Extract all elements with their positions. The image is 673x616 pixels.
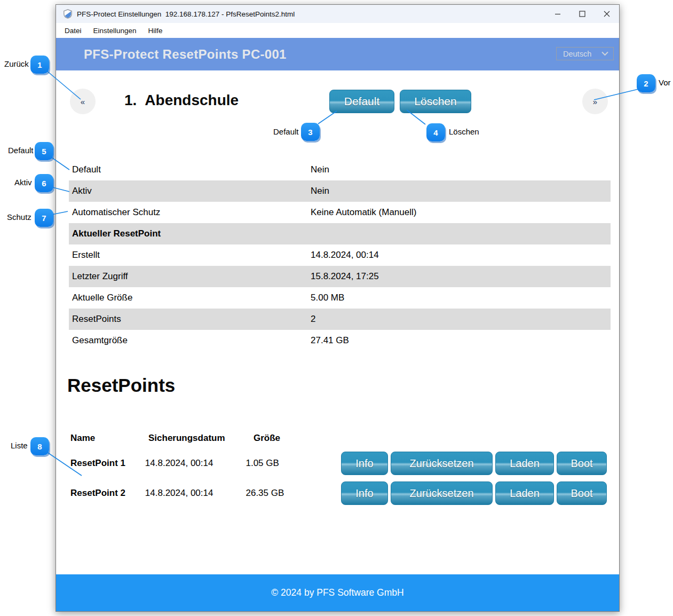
annotation-badge: 4 xyxy=(426,123,445,141)
row-label: Aktiv xyxy=(69,186,311,196)
row-actions: Info Zurücksetzen Laden Boot xyxy=(341,481,607,505)
table-row: Erstellt 14.8.2024, 00:14 xyxy=(69,244,611,266)
row-label: Default xyxy=(69,164,311,175)
annotation-badge: 8 xyxy=(30,437,49,455)
annotation-badge: 6 xyxy=(35,174,53,192)
resetpoint-size: 1.05 GB xyxy=(246,458,300,469)
row-value: Nein xyxy=(311,164,611,175)
copyright-text: © 2024 by PFS Software GmbH xyxy=(271,587,403,598)
info-button[interactable]: Info xyxy=(341,452,388,475)
list-item: ResetPoint 1 14.8.2024, 00:14 1.05 GB In… xyxy=(70,452,607,475)
chevron-down-icon xyxy=(601,51,608,56)
prev-button[interactable]: « xyxy=(70,89,96,114)
row-value: 15.8.2024, 17:25 xyxy=(311,271,611,282)
table-section-row: Aktueller ResetPoint xyxy=(69,223,611,244)
row-value: Nein xyxy=(311,186,611,196)
window-controls xyxy=(545,5,619,23)
annotation-label: Vor xyxy=(659,78,671,87)
profile-number: 1. xyxy=(124,92,137,109)
row-value: Keine Automatik (Manuell) xyxy=(311,207,611,218)
app-footer: © 2024 by PFS Software GmbH xyxy=(56,574,619,611)
resetpoint-size: 26.35 GB xyxy=(246,488,300,499)
load-button[interactable]: Laden xyxy=(495,481,554,505)
annotation-label: Zurück xyxy=(4,59,29,68)
resetpoint-date: 14.8.2024, 00:14 xyxy=(145,458,246,469)
row-label: Erstellt xyxy=(69,250,311,260)
window-title: PFS-Protect Einstellungen 192.168.178.12… xyxy=(77,10,295,18)
row-value: 2 xyxy=(311,314,611,325)
minimize-icon xyxy=(555,11,561,17)
row-value: 14.8.2024, 00:14 xyxy=(311,250,611,260)
reset-button[interactable]: Zurücksetzen xyxy=(391,452,493,475)
table-row: Gesamtgröße 27.41 GB xyxy=(69,330,611,351)
boot-button[interactable]: Boot xyxy=(557,452,607,475)
titlebar: PFS-Protect Einstellungen 192.168.178.12… xyxy=(56,5,619,23)
annotation-label: Schutz xyxy=(7,212,31,222)
annotation-badge: 3 xyxy=(301,123,320,141)
annotation-label: Default xyxy=(273,127,299,136)
table-row: Aktiv Nein xyxy=(69,180,611,202)
row-actions: Info Zurücksetzen Laden Boot xyxy=(341,452,607,475)
row-label: ResetPoints xyxy=(69,314,311,325)
annotation-label: Default xyxy=(8,146,34,155)
row-label: Automatischer Schutz xyxy=(69,207,311,218)
app-header: PFS-Protect ResetPoints PC-001 Deutsch xyxy=(56,38,619,70)
close-icon xyxy=(604,11,610,17)
language-select[interactable]: Deutsch xyxy=(556,47,614,60)
annotation-label: Löschen xyxy=(449,127,479,136)
info-button[interactable]: Info xyxy=(341,481,388,505)
table-row: Aktuelle Größe 5.00 MB xyxy=(69,287,611,309)
table-row: Automatischer Schutz Keine Automatik (Ma… xyxy=(69,202,611,223)
row-label: Aktuelle Größe xyxy=(69,293,311,303)
app-shield-icon xyxy=(63,9,73,19)
close-button[interactable] xyxy=(595,5,619,23)
minimize-button[interactable] xyxy=(545,5,570,23)
column-date: Sicherungsdatum xyxy=(148,433,254,444)
list-header: Name Sicherungsdatum Größe xyxy=(70,431,607,445)
annotation-label: Liste xyxy=(11,441,28,450)
load-button[interactable]: Laden xyxy=(495,452,554,475)
reset-button[interactable]: Zurücksetzen xyxy=(391,481,493,505)
menu-datei[interactable]: Datei xyxy=(64,26,83,36)
default-button[interactable]: Default xyxy=(329,90,394,113)
menu-einstellungen[interactable]: Einstellungen xyxy=(92,26,138,36)
resetpoints-heading: ResetPoints xyxy=(67,375,175,396)
properties-table: Default Nein Aktiv Nein Automatischer Sc… xyxy=(69,159,611,351)
next-button[interactable]: » xyxy=(582,89,608,114)
table-row: ResetPoints 2 xyxy=(69,309,611,330)
row-value: 5.00 MB xyxy=(311,293,611,303)
profile-heading: 1. Abendschule xyxy=(124,92,239,109)
resetpoint-name: ResetPoint 2 xyxy=(70,488,145,499)
maximize-button[interactable] xyxy=(570,5,595,23)
row-label: Aktueller ResetPoint xyxy=(69,228,311,239)
resetpoint-date: 14.8.2024, 00:14 xyxy=(145,488,246,499)
column-name: Name xyxy=(70,433,148,444)
resetpoint-name: ResetPoint 1 xyxy=(70,458,145,469)
maximize-icon xyxy=(579,11,585,17)
row-label: Letzter Zugriff xyxy=(69,271,311,282)
annotation-badge: 5 xyxy=(35,142,53,160)
list-item: ResetPoint 2 14.8.2024, 00:14 26.35 GB I… xyxy=(70,481,607,505)
delete-button[interactable]: Löschen xyxy=(400,90,471,113)
app-window: PFS-Protect Einstellungen 192.168.178.12… xyxy=(56,4,620,612)
menu-hilfe[interactable]: Hilfe xyxy=(147,26,164,36)
page: PFS-Protect Einstellungen 192.168.178.12… xyxy=(0,0,673,616)
profile-name: Abendschule xyxy=(145,92,239,109)
boot-button[interactable]: Boot xyxy=(557,481,607,505)
resetpoints-list: Name Sicherungsdatum Größe ResetPoint 1 … xyxy=(70,431,607,505)
table-row: Default Nein xyxy=(69,159,611,180)
annotation-label: Aktiv xyxy=(14,178,32,187)
prev-icon: « xyxy=(81,97,85,106)
column-size: Größe xyxy=(254,433,310,444)
row-value: 27.41 GB xyxy=(311,335,611,346)
row-label: Gesamtgröße xyxy=(69,335,311,346)
annotation-badge: 2 xyxy=(637,74,655,92)
annotation-badge: 7 xyxy=(35,209,53,227)
language-select-value: Deutsch xyxy=(563,50,591,58)
page-title: PFS-Protect ResetPoints PC-001 xyxy=(84,47,287,62)
annotation-badge: 1 xyxy=(30,56,49,74)
next-icon: » xyxy=(593,97,597,106)
menubar: Datei Einstellungen Hilfe xyxy=(56,23,619,38)
main-content: « » 1. Abendschule Default Löschen Defau… xyxy=(56,70,619,574)
table-row: Letzter Zugriff 15.8.2024, 17:25 xyxy=(69,266,611,287)
